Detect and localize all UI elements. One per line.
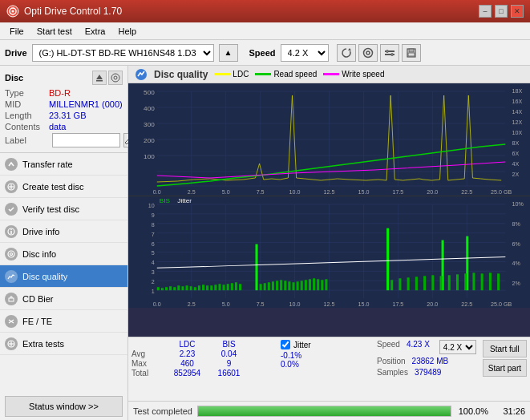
disc-label-row: Label xyxy=(5,133,123,147)
nav-fe-te-icon xyxy=(5,315,18,328)
settings-icon[interactable] xyxy=(380,44,399,62)
disc-contents-value: data xyxy=(49,122,66,131)
disc-label-label: Label xyxy=(5,135,49,145)
svg-text:10%: 10% xyxy=(512,201,524,207)
menu-help[interactable]: Help xyxy=(111,25,143,38)
svg-text:3: 3 xyxy=(152,269,155,275)
drive-select[interactable]: (G:) HL-DT-ST BD-RE WH16NS48 1.D3 xyxy=(32,44,214,62)
svg-rect-175 xyxy=(497,273,500,290)
nav-create-test-disc-icon xyxy=(5,180,18,193)
disc-label-input[interactable] xyxy=(52,133,120,147)
svg-rect-131 xyxy=(202,285,204,290)
svg-rect-145 xyxy=(272,281,274,290)
nav-drive-info-label: Drive info xyxy=(22,227,59,236)
svg-rect-124 xyxy=(173,287,176,290)
position-row: Position 23862 MB xyxy=(377,357,476,365)
svg-rect-122 xyxy=(165,287,168,290)
svg-rect-147 xyxy=(280,280,282,290)
svg-text:10.0: 10.0 xyxy=(289,301,301,307)
svg-text:18X: 18X xyxy=(512,88,523,94)
nav-verify-test-disc[interactable]: Verify test disc xyxy=(0,198,127,220)
svg-rect-164 xyxy=(407,277,410,290)
nav-transfer-rate[interactable]: Transfer rate xyxy=(0,153,127,176)
svg-rect-157 xyxy=(321,280,323,290)
svg-text:2.5: 2.5 xyxy=(188,301,196,307)
svg-text:0.0: 0.0 xyxy=(153,189,161,195)
svg-text:15.0: 15.0 xyxy=(358,189,369,195)
progress-bar-fill xyxy=(198,406,451,416)
svg-rect-127 xyxy=(186,285,188,290)
bis-chart: BIS Jitter 10 9 8 7 6 5 4 3 2 1 10% 8% xyxy=(128,196,530,308)
svg-rect-134 xyxy=(214,285,216,290)
status-window-button[interactable]: Status window >> xyxy=(5,396,123,417)
svg-text:9: 9 xyxy=(152,212,155,218)
nav-create-test-disc[interactable]: Create test disc xyxy=(0,176,127,198)
charts-area: 500 400 300 200 100 18X 16X 14X 12X 10X … xyxy=(128,83,530,337)
legend-write-speed: Write speed xyxy=(323,70,384,79)
svg-rect-165 xyxy=(415,277,418,290)
position-label: Position xyxy=(377,357,406,365)
svg-text:8X: 8X xyxy=(512,140,520,146)
disc-panel: Disc Type BD-R MID MILLENMR1 (000) xyxy=(0,66,127,153)
svg-rect-169 xyxy=(448,275,451,290)
svg-text:22.5: 22.5 xyxy=(461,301,472,307)
speed-select[interactable]: 4.2 X Max 2.0 X xyxy=(281,44,329,62)
svg-text:14X: 14X xyxy=(512,109,523,115)
stats-max-row: Max 460 9 xyxy=(131,359,274,368)
refresh-icon[interactable] xyxy=(337,44,356,62)
disc-eject-icon[interactable] xyxy=(92,71,107,85)
app-icon xyxy=(6,5,19,18)
nav-disc-info[interactable]: Disc info xyxy=(0,243,127,265)
svg-rect-138 xyxy=(231,283,233,290)
menu-extra[interactable]: Extra xyxy=(79,25,112,38)
svg-text:20.0: 20.0 xyxy=(427,189,438,195)
legend-ldc-label: LDC xyxy=(233,70,249,79)
stats-header-blank xyxy=(131,340,164,349)
jitter-label: Jitter xyxy=(293,341,311,349)
svg-rect-149 xyxy=(288,281,290,290)
stats-header-spacer xyxy=(249,340,265,349)
maximize-button[interactable]: □ xyxy=(495,5,508,18)
eject-button[interactable]: ▲ xyxy=(219,44,238,62)
stats-total-bis: 16601 xyxy=(211,369,247,378)
svg-text:2X: 2X xyxy=(512,172,520,177)
speed-position-stats: Speed 4.23 X 4.2 X Position 23862 MB Sam… xyxy=(374,337,479,401)
drive-label: Drive xyxy=(5,48,27,58)
svg-rect-168 xyxy=(440,276,443,290)
nav-disc-info-label: Disc info xyxy=(22,249,56,259)
svg-text:300: 300 xyxy=(144,121,155,128)
start-part-button[interactable]: Start part xyxy=(483,359,527,377)
menu-start-test[interactable]: Start test xyxy=(30,25,79,38)
nav-disc-quality[interactable]: Disc quality xyxy=(0,265,127,288)
menu-file[interactable]: File xyxy=(3,25,30,38)
close-button[interactable]: ✕ xyxy=(511,5,524,18)
start-full-button[interactable]: Start full xyxy=(483,340,527,357)
drive-icons xyxy=(337,44,421,62)
nav-disc-info-icon xyxy=(5,248,18,260)
speed-stat-select[interactable]: 4.2 X xyxy=(439,340,476,354)
disc-info-icon[interactable] xyxy=(108,71,123,85)
svg-rect-144 xyxy=(268,282,270,290)
disc-type-value: BD-R xyxy=(49,88,71,98)
svg-text:4%: 4% xyxy=(512,260,521,266)
svg-rect-143 xyxy=(264,283,266,290)
progress-time: 31:26 xyxy=(493,406,525,416)
nav-drive-info[interactable]: Drive info xyxy=(0,220,127,243)
minimize-button[interactable]: – xyxy=(479,5,492,18)
svg-rect-173 xyxy=(481,273,483,290)
jitter-checkbox[interactable] xyxy=(281,340,290,349)
svg-text:1: 1 xyxy=(152,289,155,294)
nav-extra-tests[interactable]: Extra tests xyxy=(0,333,127,355)
svg-text:10.0: 10.0 xyxy=(289,189,301,195)
bis-chart-svg: BIS Jitter 10 9 8 7 6 5 4 3 2 1 10% 8% xyxy=(128,196,530,308)
svg-text:200: 200 xyxy=(144,137,155,144)
nav-fe-te[interactable]: FE / TE xyxy=(0,310,127,333)
svg-rect-123 xyxy=(169,286,172,290)
svg-text:17.5: 17.5 xyxy=(392,189,403,195)
disc-icon[interactable] xyxy=(358,44,378,62)
nav-cd-bier[interactable]: CD Bier xyxy=(0,288,127,310)
legend-read-speed: Read speed xyxy=(255,70,317,79)
nav-items: Transfer rate Create test disc Verify te… xyxy=(0,153,127,393)
save-icon[interactable] xyxy=(402,44,421,62)
svg-text:22.5: 22.5 xyxy=(461,189,472,195)
